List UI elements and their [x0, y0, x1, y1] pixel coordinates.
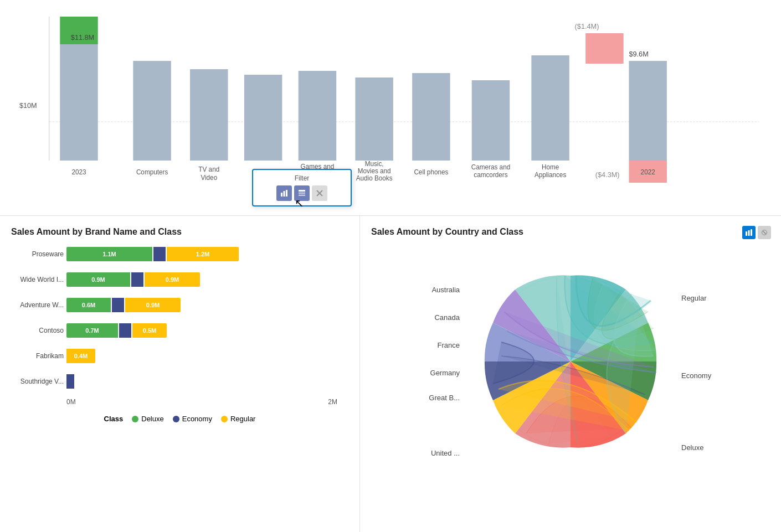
bar-chart-icon [280, 189, 288, 197]
brand-label-contoso: Contoso [8, 327, 64, 334]
brand-bars-adventure: 0.6M 0.9M [66, 298, 181, 312]
top-chart-panel: $10M $11.8M [0, 0, 781, 216]
filter-popup: Filter [252, 169, 352, 206]
cancel-icon [316, 189, 323, 197]
filter-popup-buttons [276, 185, 327, 201]
brand-bars-contoso: 0.7M 0.5M [66, 323, 167, 338]
bar-2023-gray [60, 44, 97, 161]
country-label-australia: Australia [431, 286, 460, 294]
svg-rect-2 [281, 193, 282, 197]
xlabel-2023: 2023 [71, 168, 86, 176]
brand-chart: Proseware 1.1M 1.2M Wide World I... 0.9M… [11, 245, 348, 390]
bar-home-appliances [531, 55, 569, 161]
bar-wideworld-economy [131, 272, 143, 287]
chord-chart-wrapper: Australia Canada France Germany Great B.… [371, 245, 770, 478]
annotation-96m: $9.6M [629, 50, 648, 58]
legend-label-economy: Economy [182, 415, 212, 423]
bar-fabrikam-regular: 0.4M [66, 349, 95, 363]
bar-contoso-regular: 0.5M [132, 323, 167, 338]
annotation-43m: ($4.3M) [595, 171, 620, 179]
country-label-france: France [438, 341, 460, 349]
xlabel-home: Home [542, 163, 559, 171]
right-chart-cancel-button[interactable] [758, 226, 771, 239]
class-label-economy: Economy [681, 371, 712, 380]
filter-cancel-button[interactable] [312, 185, 327, 201]
annotation-118m: $11.8M [71, 33, 94, 42]
legend-deluxe: Deluxe [132, 415, 163, 423]
annotation-14m: ($1.4M) [575, 22, 599, 30]
top-bar-chart: $10M $11.8M [17, 11, 764, 188]
brand-row-proseware: Proseware 1.1M 1.2M [66, 245, 337, 263]
right-cancel-icon [762, 230, 767, 235]
svg-rect-7 [299, 195, 305, 197]
legend-dot-economy [173, 416, 179, 422]
class-label-regular: Regular [681, 294, 707, 302]
svg-rect-4 [286, 190, 287, 197]
brand-label-proseware: Proseware [8, 250, 64, 258]
xlabel-appliances: Appliances [535, 171, 566, 179]
svg-rect-10 [746, 231, 747, 236]
right-chart-panel: Sales Amount by Country and Class [360, 216, 781, 532]
legend-label-deluxe: Deluxe [141, 415, 163, 423]
filter-bar-chart-button[interactable] [276, 185, 292, 201]
xlabel-cameras: Cameras and [471, 163, 510, 171]
brand-row-adventure: Adventure W... 0.6M 0.9M [66, 296, 337, 314]
brand-bars-fabrikam: 0.4M [66, 349, 95, 363]
bar-games-toys [299, 71, 336, 161]
bar-proseware-regular: 1.2M [167, 247, 239, 261]
brand-chart-x-axis: 0M 2M [11, 398, 348, 406]
xlabel-tv-video2: Video [201, 174, 217, 182]
brand-label-wideworld: Wide World I... [8, 276, 64, 283]
xlabel-2022: 2022 [641, 168, 655, 176]
class-label-deluxe: Deluxe [681, 443, 703, 452]
bar-cameras [472, 80, 510, 161]
bar-adventure-regular: 0.9M [125, 298, 181, 312]
bar-tv-video [190, 69, 228, 161]
bar-wideworld-regular: 0.9M [145, 272, 200, 287]
left-chart-panel: Sales Amount by Brand Name and Class Pro… [0, 216, 360, 532]
country-label-germany: Germany [430, 369, 460, 377]
bottom-section: Sales Amount by Brand Name and Class Pro… [0, 216, 781, 532]
bar-adventure-economy [112, 298, 124, 312]
bar-contoso-deluxe: 0.7M [66, 323, 118, 338]
legend-regular: Regular [221, 415, 256, 423]
x-axis-2m: 2M [328, 398, 337, 406]
bar-cell-phones [412, 73, 450, 161]
bar-2022-gray [629, 61, 666, 161]
bar-computers [133, 61, 171, 161]
xlabel-camcorders: camcorders [474, 171, 507, 179]
brand-label-fabrikam: Fabrikam [8, 352, 64, 360]
brand-row-wideworld: Wide World I... 0.9M 0.9M [66, 271, 337, 288]
brand-label-adventure: Adventure W... [8, 301, 64, 309]
legend-economy: Economy [173, 415, 212, 423]
main-container: $10M $11.8M [0, 0, 781, 532]
brand-chart-legend: Class Deluxe Economy Regular [11, 415, 348, 423]
bar-contoso-economy [119, 323, 131, 338]
brand-bars-wideworld: 0.9M 0.9M [66, 272, 200, 287]
brand-bars-southridge [66, 374, 74, 389]
legend-class-label: Class [104, 415, 124, 423]
country-label-greatb: Great B... [429, 394, 460, 402]
bar-proseware-economy [153, 247, 166, 261]
chart-type-icon [746, 229, 752, 236]
brand-row-southridge: Southridge V... [66, 373, 337, 390]
right-chart-icon-button[interactable] [742, 226, 756, 239]
legend-dot-regular [221, 416, 228, 422]
bar-negative-1 [585, 33, 623, 64]
y-axis-label: $10M [19, 101, 37, 110]
right-chart-title: Sales Amount by Country and Class [371, 227, 770, 237]
brand-row-contoso: Contoso 0.7M 0.5M [66, 322, 337, 339]
bar-proseware-deluxe: 1.1M [66, 247, 152, 261]
bar-wideworld-deluxe: 0.9M [66, 272, 130, 287]
legend-label-regular: Regular [230, 415, 256, 423]
xlabel-cell: Cell phones [414, 168, 448, 176]
svg-rect-5 [299, 190, 305, 192]
chord-chart-svg: Australia Canada France Germany Great B.… [415, 245, 726, 478]
filter-popup-title: Filter [295, 174, 310, 182]
xlabel-computers: Computers [136, 168, 168, 176]
brand-row-fabrikam: Fabrikam 0.4M [66, 347, 337, 365]
bar-adventure-deluxe: 0.6M [66, 298, 111, 312]
country-label-canada: Canada [434, 313, 460, 322]
filter-table-button[interactable] [294, 185, 310, 201]
xlabel-audio-books: Audio Books [356, 174, 393, 182]
